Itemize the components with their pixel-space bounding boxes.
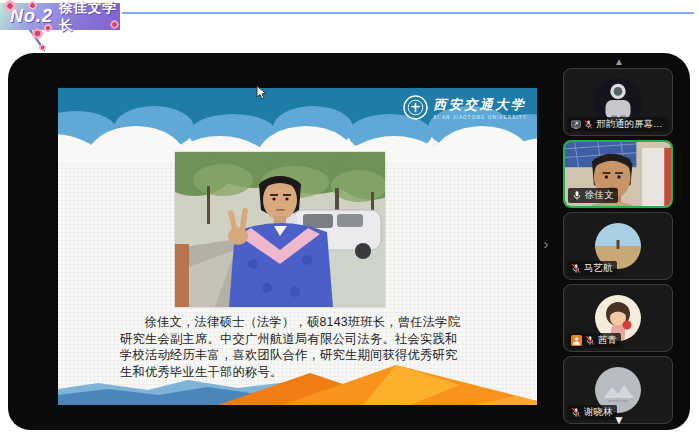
bio-text: 徐佳文，法律硕士（法学），硕8143班班长，曾任法学院研究生会副主席。中交广州航… xyxy=(120,314,468,380)
muted-mic-icon xyxy=(585,335,595,346)
flower-icon xyxy=(28,1,37,10)
meeting-window: 西安交通大学 XI'AN JIAOTONG UNIVERSITY xyxy=(8,53,690,430)
header-divider-line xyxy=(122,12,694,14)
flower-icon xyxy=(110,20,119,29)
mic-icon xyxy=(572,190,582,201)
title-badge: No.2 徐佳文学长 xyxy=(0,3,120,30)
university-name-cn: 西安交通大学 xyxy=(433,96,527,114)
flower-icon xyxy=(39,44,46,51)
participant-name-badge: 马艺航 xyxy=(567,261,617,276)
mouse-cursor xyxy=(256,85,267,100)
participant-tile-screenshare[interactable]: 邢韵通的屏幕共… xyxy=(563,68,673,136)
participant-tile[interactable]: 马艺航 xyxy=(563,212,673,280)
page: No.2 徐佳文学长 xyxy=(0,0,698,432)
participant-tile-active-speaker[interactable]: 徐佳文 xyxy=(563,140,673,208)
page-title: 徐佳文学长 xyxy=(59,0,120,35)
screen-share-icon xyxy=(571,119,581,130)
flower-icon xyxy=(44,24,52,32)
scroll-down-arrow[interactable]: ▼ xyxy=(563,413,675,427)
sidebar-collapse-chevron[interactable]: › xyxy=(538,233,554,255)
university-name: 西安交通大学 XI'AN JIAOTONG UNIVERSITY xyxy=(433,96,527,120)
header: No.2 徐佳文学长 xyxy=(0,0,698,52)
participant-name-badge: 徐佳文 xyxy=(568,188,618,203)
participant-tiles: 邢韵通的屏幕共… xyxy=(563,68,673,424)
graduate-photo-scene xyxy=(175,152,385,307)
presenter-person-icon xyxy=(571,335,582,346)
participant-name: 茜青 xyxy=(598,334,617,347)
university-name-en: XI'AN JIAOTONG UNIVERSITY xyxy=(433,115,527,120)
shared-slide: 西安交通大学 XI'AN JIAOTONG UNIVERSITY xyxy=(58,88,537,405)
university-logo: 西安交通大学 XI'AN JIAOTONG UNIVERSITY xyxy=(403,95,527,120)
participant-name-badge: 邢韵通的屏幕共… xyxy=(567,117,669,132)
participants-sidebar: ▲ xyxy=(563,53,675,430)
muted-mic-icon xyxy=(571,263,581,274)
participant-name: 徐佳文 xyxy=(585,189,614,202)
participant-name: 马艺航 xyxy=(584,262,613,275)
university-emblem-icon xyxy=(403,95,428,120)
flower-icon xyxy=(4,0,16,12)
graduate-photo xyxy=(175,152,385,307)
muted-mic-icon xyxy=(584,119,593,130)
participant-name-badge: 茜青 xyxy=(567,333,621,348)
participant-tile[interactable]: 茜青 xyxy=(563,284,673,352)
participant-name: 邢韵通的屏幕共… xyxy=(596,118,665,131)
flower-icon xyxy=(32,28,43,39)
scroll-up-arrow[interactable]: ▲ xyxy=(563,56,675,67)
